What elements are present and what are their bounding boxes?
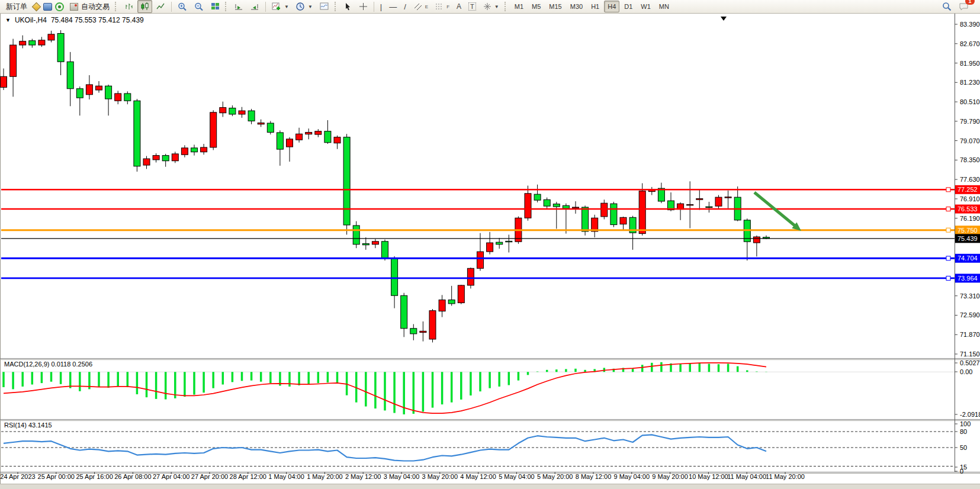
svg-text:77.630: 77.630 bbox=[960, 176, 980, 183]
mt4-window: 新订单 自动交易 ▼ ▼ | — / E F A T bbox=[0, 0, 980, 489]
svg-text:71.150: 71.150 bbox=[960, 350, 980, 358]
rsi-pane: 1008050150 bbox=[1, 420, 971, 475]
chart-dropdown-icon[interactable]: ▼ bbox=[5, 17, 11, 23]
svg-text:27 Apr 04:00: 27 Apr 04:00 bbox=[153, 473, 189, 480]
svg-text:76.190: 76.190 bbox=[960, 215, 980, 222]
svg-text:71.870: 71.870 bbox=[960, 331, 980, 338]
chart-symbol-label: UKOil-,H4 bbox=[15, 16, 47, 24]
svg-text:82.670: 82.670 bbox=[960, 40, 980, 47]
svg-text:25 Apr 00:00: 25 Apr 00:00 bbox=[38, 473, 75, 480]
svg-text:0.00: 0.00 bbox=[960, 368, 972, 375]
svg-text:28 Apr 12:00: 28 Apr 12:00 bbox=[230, 473, 266, 480]
svg-text:5 May 20:00: 5 May 20:00 bbox=[537, 473, 573, 480]
svg-text:8 May 12:00: 8 May 12:00 bbox=[576, 473, 612, 480]
svg-text:81.950: 81.950 bbox=[960, 60, 980, 67]
svg-text:73.964: 73.964 bbox=[957, 275, 978, 282]
svg-text:1 May 20:00: 1 May 20:00 bbox=[307, 473, 343, 480]
trend-arrow bbox=[754, 192, 801, 231]
chart-title: ▼ UKOil-,H4 75.484 75.553 75.412 75.439 bbox=[5, 16, 144, 24]
window-bottom-border bbox=[0, 484, 980, 489]
svg-text:75.750: 75.750 bbox=[957, 227, 978, 234]
svg-text:50: 50 bbox=[960, 444, 967, 451]
svg-text:76.533: 76.533 bbox=[957, 205, 978, 213]
macd-pane: 0.50270.00-2.0918 bbox=[1, 359, 980, 418]
hline-handle bbox=[946, 188, 950, 192]
rsi-label: RSI(14) 43.1415 bbox=[4, 422, 52, 429]
svg-text:3 May 20:00: 3 May 20:00 bbox=[422, 473, 458, 480]
svg-text:27 Apr 20:00: 27 Apr 20:00 bbox=[191, 473, 228, 480]
svg-text:83.390: 83.390 bbox=[960, 21, 980, 28]
svg-text:73.310: 73.310 bbox=[960, 292, 980, 300]
svg-text:100: 100 bbox=[960, 420, 971, 427]
time-axis: 24 Apr 202325 Apr 00:0025 Apr 16:0026 Ap… bbox=[0, 472, 805, 480]
svg-text:3 May 04:00: 3 May 04:00 bbox=[384, 473, 420, 480]
svg-text:0: 0 bbox=[960, 468, 963, 475]
svg-text:25 Apr 16:00: 25 Apr 16:00 bbox=[76, 473, 113, 480]
svg-text:72.590: 72.590 bbox=[960, 311, 980, 319]
hline-handle bbox=[946, 256, 950, 260]
svg-text:26 Apr 08:00: 26 Apr 08:00 bbox=[114, 473, 151, 480]
candles bbox=[1, 30, 770, 342]
svg-text:10 May 12:00: 10 May 12:00 bbox=[689, 473, 728, 480]
svg-text:75.439: 75.439 bbox=[957, 235, 978, 242]
chart-ohlc-values: 75.484 75.553 75.412 75.439 bbox=[51, 16, 144, 24]
hline-handle bbox=[946, 276, 950, 280]
svg-text:81.230: 81.230 bbox=[960, 79, 980, 86]
svg-text:0.5027: 0.5027 bbox=[960, 359, 980, 366]
svg-text:78.350: 78.350 bbox=[960, 156, 980, 163]
svg-text:-2.0918: -2.0918 bbox=[960, 411, 980, 418]
svg-text:11 May 04:00: 11 May 04:00 bbox=[727, 473, 766, 480]
hline-handle bbox=[946, 207, 950, 211]
svg-text:9 May 04:00: 9 May 04:00 bbox=[614, 473, 650, 480]
macd-label: MACD(12,26,9) 0.0118 0.2506 bbox=[4, 361, 92, 368]
price-axis: 83.39082.67081.95081.23080.51079.79079.0… bbox=[955, 21, 980, 358]
svg-text:2 May 12:00: 2 May 12:00 bbox=[345, 473, 381, 480]
svg-text:24 Apr 2023: 24 Apr 2023 bbox=[0, 473, 35, 480]
svg-text:5 May 04:00: 5 May 04:00 bbox=[499, 473, 535, 480]
chart-canvas[interactable]: 83.39082.67081.95081.23080.51079.79079.0… bbox=[0, 0, 980, 489]
svg-text:80.510: 80.510 bbox=[960, 98, 980, 105]
svg-text:1 May 04:00: 1 May 04:00 bbox=[268, 473, 304, 480]
svg-text:79.070: 79.070 bbox=[960, 137, 980, 144]
hline-handle bbox=[946, 228, 950, 232]
svg-text:79.790: 79.790 bbox=[960, 118, 980, 125]
svg-text:9 May 20:00: 9 May 20:00 bbox=[652, 473, 688, 480]
end-marker bbox=[721, 17, 727, 21]
svg-text:77.252: 77.252 bbox=[957, 186, 978, 193]
svg-text:80: 80 bbox=[960, 428, 967, 435]
svg-text:11 May 20:00: 11 May 20:00 bbox=[766, 473, 805, 480]
svg-text:4 May 12:00: 4 May 12:00 bbox=[460, 473, 496, 480]
svg-text:76.910: 76.910 bbox=[960, 195, 980, 202]
svg-text:74.704: 74.704 bbox=[957, 255, 978, 262]
